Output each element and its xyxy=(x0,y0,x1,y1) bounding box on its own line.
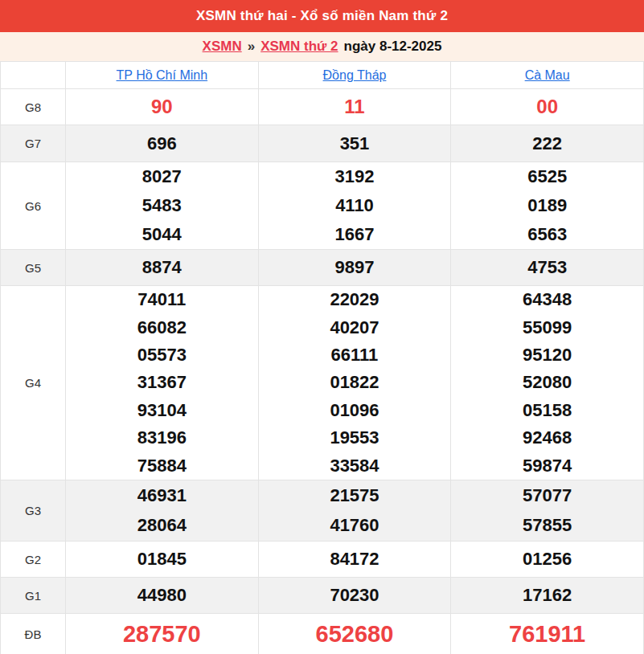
prize-cell: 761911 xyxy=(451,614,644,654)
prize-cell: 90 xyxy=(66,89,259,125)
prize-number: 8874 xyxy=(142,254,182,281)
row-label: G8 xyxy=(25,100,41,114)
prize-number: 00 xyxy=(536,93,558,121)
prize-number: 05158 xyxy=(523,397,572,424)
prize-number: 8027 xyxy=(142,163,182,190)
table-header-row: TP Hồ Chí MinhĐồng ThápCà Mau xyxy=(0,62,644,89)
prize-number: 05573 xyxy=(137,341,187,369)
column-header-cell: TP Hồ Chí Minh xyxy=(66,62,259,88)
table-row-g7: G7696351222 xyxy=(0,125,644,162)
prize-number: 761911 xyxy=(509,620,585,648)
row-label-cell: G2 xyxy=(0,542,66,577)
prize-number: 52080 xyxy=(523,369,572,396)
prize-number: 28064 xyxy=(137,512,187,539)
row-label-cell: G7 xyxy=(0,125,66,161)
prize-cell: 22029402076611101822010961955333584 xyxy=(259,286,452,480)
prize-cell: 01256 xyxy=(451,542,644,577)
title-bar: XSMN thứ hai - Xổ số miền Nam thứ 2 xyxy=(0,0,644,32)
prize-number: 92468 xyxy=(523,424,572,452)
prize-cell: 64348550999512052080051589246859874 xyxy=(451,286,644,480)
province-link-1[interactable]: TP Hồ Chí Minh xyxy=(117,68,208,83)
prize-number: 21575 xyxy=(330,482,379,509)
prize-number: 22029 xyxy=(330,286,379,313)
breadcrumb: XSMN » XSMN thứ 2 ngày 8-12-2025 xyxy=(0,32,644,61)
prize-number: 01096 xyxy=(330,397,379,424)
prize-cell: 4693128064 xyxy=(66,480,259,541)
prize-cell: 319241101667 xyxy=(259,162,452,249)
column-header-cell: Đồng Tháp xyxy=(259,62,452,88)
breadcrumb-separator: » xyxy=(248,39,255,55)
lottery-results-page: XSMN thứ hai - Xổ số miền Nam thứ 2 XSMN… xyxy=(0,0,644,654)
row-label: G6 xyxy=(25,199,41,213)
prize-cell: 652501896563 xyxy=(451,162,644,249)
table-row-b: ĐB287570652680761911 xyxy=(0,614,644,654)
prize-number: 57077 xyxy=(523,482,572,509)
prize-cell: 8874 xyxy=(66,250,259,285)
prize-cell: 44980 xyxy=(66,578,259,613)
prize-cell: 17162 xyxy=(451,578,644,613)
prize-number: 93104 xyxy=(137,397,187,424)
row-label-cell: G5 xyxy=(0,250,66,285)
prize-number: 0189 xyxy=(527,192,567,219)
prize-cell: 696 xyxy=(66,125,259,161)
prize-cell: 802754835044 xyxy=(66,162,259,249)
row-label: G4 xyxy=(25,376,41,390)
row-label-cell: G1 xyxy=(0,578,66,613)
breadcrumb-link-xsmn[interactable]: XSMN xyxy=(203,39,242,55)
column-header-cell: Cà Mau xyxy=(451,62,644,88)
prize-number: 57855 xyxy=(523,512,572,539)
prize-number: 41760 xyxy=(330,512,379,539)
row-label-cell: G8 xyxy=(0,89,66,125)
prize-number: 95120 xyxy=(523,341,572,369)
row-label: G1 xyxy=(25,589,41,603)
prize-number: 222 xyxy=(532,130,562,157)
prize-number: 287570 xyxy=(123,620,201,648)
prize-cell: 00 xyxy=(451,89,644,125)
prize-number: 74011 xyxy=(137,286,186,313)
table-row-g2: G2018458417201256 xyxy=(0,542,644,578)
prize-number: 5044 xyxy=(142,221,182,248)
prize-number: 01256 xyxy=(523,546,572,573)
breadcrumb-date: ngày 8-12-2025 xyxy=(344,39,442,55)
prize-number: 83196 xyxy=(137,424,187,452)
prize-number: 5483 xyxy=(142,192,182,219)
page-title: XSMN thứ hai - Xổ số miền Nam thứ 2 xyxy=(196,8,448,24)
prize-cell: 5707757855 xyxy=(451,480,644,541)
province-link-3[interactable]: Cà Mau xyxy=(525,68,570,83)
table-row-g4: G474011660820557331367931048319675884220… xyxy=(0,286,644,480)
table-row-g8: G8901100 xyxy=(0,89,644,125)
prize-number: 90 xyxy=(151,93,173,121)
prize-number: 4110 xyxy=(335,192,374,219)
prize-number: 66082 xyxy=(137,314,187,341)
prize-number: 66111 xyxy=(331,341,379,369)
prize-number: 31367 xyxy=(137,369,187,396)
breadcrumb-link-xsmn-thu-2[interactable]: XSMN thứ 2 xyxy=(260,39,338,55)
prize-cell: 2157541760 xyxy=(259,480,452,541)
province-link-2[interactable]: Đồng Tháp xyxy=(323,68,387,83)
prize-number: 1667 xyxy=(335,221,375,248)
row-label-cell: G6 xyxy=(0,162,66,249)
prize-number: 01822 xyxy=(330,369,379,396)
row-label: G5 xyxy=(25,261,41,275)
prize-cell: 84172 xyxy=(259,542,452,577)
prize-cell: 351 xyxy=(259,125,452,161)
prize-cell: 01845 xyxy=(66,542,259,577)
prize-number: 11 xyxy=(344,93,364,121)
prize-number: 652680 xyxy=(316,620,394,648)
prize-number: 351 xyxy=(340,130,370,157)
prize-number: 4753 xyxy=(527,254,567,281)
prize-cell: 287570 xyxy=(66,614,259,654)
prize-number: 40207 xyxy=(330,314,379,341)
prize-cell: 70230 xyxy=(259,578,452,613)
table-row-g5: G5887498974753 xyxy=(0,250,644,286)
header-empty-cell xyxy=(0,62,66,88)
prize-number: 19553 xyxy=(330,424,379,452)
prize-number: 9897 xyxy=(335,254,375,281)
row-label: G3 xyxy=(25,504,41,517)
table-row-g6: G6802754835044319241101667652501896563 xyxy=(0,162,644,250)
row-label-cell: G3 xyxy=(0,480,66,541)
prize-number: 6563 xyxy=(527,221,567,248)
prize-cell: 652680 xyxy=(259,614,452,654)
prize-cell: 222 xyxy=(451,125,644,161)
row-label: G7 xyxy=(25,137,41,150)
